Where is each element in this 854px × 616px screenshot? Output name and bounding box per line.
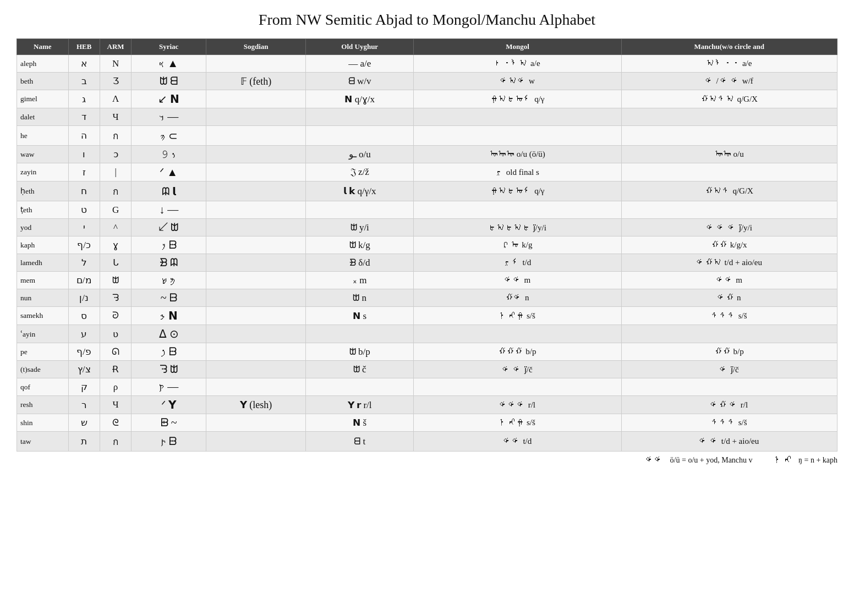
table-cell: [206, 325, 306, 343]
table-cell: ᗺ w/v: [306, 73, 414, 90]
footnote-2-symbol: ᠨᠩ: [775, 455, 797, 464]
table-cell: ᠳᠠᠳᠠᠳ j̈/y/i: [414, 219, 621, 237]
table-cell: ᗽ ᗼ: [132, 254, 206, 272]
table-row: tawתก𐡕 ᗹᗺ tᡩᡩ t/dᡩ ᡩ t/d + aio/eu: [17, 432, 837, 452]
table-cell: nun: [17, 289, 69, 307]
table-cell: Λ: [100, 90, 131, 108]
table-cell: ᠷ old final s: [414, 163, 621, 182]
table-row: shinשᘓᗸ ~𝗡 šᠨᠩᠭ s/šᠰᠰᠰ s/š: [17, 414, 837, 432]
table-cell: ᡩᡩ t/d: [414, 432, 621, 452]
table-cell: Ч: [100, 396, 131, 414]
table-cell: [206, 361, 306, 378]
table-cell: G: [100, 201, 131, 219]
table-cell: ḥeth: [17, 182, 69, 201]
table-cell: ᡩ ᡩ t/d + aio/eu: [621, 432, 837, 452]
table-cell: ᡩ ᡩ j̈/č: [414, 361, 621, 378]
table-cell: pe: [17, 343, 69, 361]
table-row: reshרЧᐟ 𝗬𝗬 (lesh)𝗬 𝗿 r/lᡩᡩᡩ r/lᡩᡤ ᡩ r/l: [17, 396, 837, 414]
table-cell: ל: [68, 254, 100, 272]
table-cell: ט: [68, 201, 100, 219]
table-cell: ᗽ δ/d: [306, 254, 414, 272]
table-cell: ᗼ 𝗹: [132, 182, 206, 201]
table-cell: ~ ᗹ: [132, 289, 206, 307]
table-cell: ᡩᡤ n: [621, 289, 837, 307]
table-cell: ᗻ č: [306, 361, 414, 378]
table-cell: [414, 126, 621, 146]
table-row: nunנ/ןᘌ~ ᗹᗻ nᡤᡩ nᡩᡤ n: [17, 289, 837, 307]
table-cell: [306, 201, 414, 219]
table-cell: Ʒ: [100, 73, 131, 90]
table-cell: ᒐ: [100, 254, 131, 272]
table-cell: 𝗡 q/ɣ/x: [306, 90, 414, 108]
table-cell: [414, 108, 621, 126]
table-cell: (t)sade: [17, 361, 69, 378]
table-cell: 𝗹 𝗸 q/γ/x: [306, 182, 414, 201]
table-cell: ρ: [100, 378, 131, 396]
table-cell: ᡩ j̈/č: [621, 361, 837, 378]
table-cell: ג: [68, 90, 100, 108]
table-row: alephאΝ𐡀 ▲— a/eᡰ᠊ᠯᠠ a/eᠠᠯ᠊᠊ a/e: [17, 55, 837, 73]
page-title: From NW Semitic Abjad to Mongol/Manchu A…: [17, 11, 837, 29]
table-cell: 𐡀 ▲: [132, 55, 206, 73]
table-cell: [206, 272, 306, 289]
table-cell: ᠨᠩᠭ s/š: [414, 307, 621, 325]
table-cell: ᡩᡩ m: [414, 272, 621, 289]
table-cell: ᡩ ᡩ ᡩ j̈/y/i: [621, 219, 837, 237]
table-cell: beth: [17, 73, 69, 90]
footnote-2: ᠨᠩ ŋ = n + kaph: [775, 455, 837, 465]
table-cell: ᡩᡩ m: [621, 272, 837, 289]
table-cell: ɔ: [100, 146, 131, 163]
table-cell: ᗻ n: [306, 289, 414, 307]
table-cell: Ν: [100, 55, 131, 73]
table-cell: ↓ —: [132, 201, 206, 219]
header-sogdian: Sogdian: [206, 39, 306, 55]
table-cell: ᘓ: [100, 414, 131, 432]
table-cell: ע: [68, 325, 100, 343]
table-cell: [621, 325, 837, 343]
table-cell: [206, 307, 306, 325]
header-mongol: Mongol: [414, 39, 621, 55]
table-cell: waw: [17, 146, 69, 163]
table-cell: [414, 325, 621, 343]
table-cell: ก: [100, 432, 131, 452]
table-cell: ᡩᡤᠠ t/d + aio/eu: [621, 254, 837, 272]
table-cell: ᘏ: [100, 343, 131, 361]
table-cell: ש: [68, 414, 100, 432]
table-cell: [621, 163, 837, 182]
table-cell: ᡩᡤ ᡩ r/l: [621, 396, 837, 414]
table-row: kaphכ/ףɣ𐡊 ᗹᗻ k/gᠺᠤ k/gᡤᡤ k/g/x: [17, 237, 837, 254]
table-cell: 𐡅 𝟿: [132, 146, 206, 163]
footnote-1: ᡩᡩ ö/ü = o/u + yod, Manchu v: [646, 455, 752, 465]
table-cell: א: [68, 55, 100, 73]
table-cell: — a/e: [306, 55, 414, 73]
table-cell: [621, 201, 837, 219]
table-cell: lamedh: [17, 254, 69, 272]
table-cell: 𐡒 —: [132, 378, 206, 396]
table-row: wawוɔ𐡅 𝟿ـو o/uᠥᠥᠥ o/u (ö/ü)ᠥᠥ o/u: [17, 146, 837, 163]
table-cell: yod: [17, 219, 69, 237]
table-cell: ת: [68, 432, 100, 452]
table-cell: ᠰᠰᠰ s/š: [621, 414, 837, 432]
table-cell: ᡤᠠᠰᠠ q/G/X: [621, 90, 837, 108]
table-cell: ᡤᡤ k/g/x: [621, 237, 837, 254]
table-cell: ז: [68, 163, 100, 182]
table-cell: 𝗡 s: [306, 307, 414, 325]
table-cell: qof: [17, 378, 69, 396]
table-cell: ก: [100, 182, 131, 201]
footnote-1-text: ö/ü = o/u + yod, Manchu v: [670, 456, 753, 464]
table-cell: ↙ 𝗡: [132, 90, 206, 108]
table-row: peפ/ףᘏ𐡐 ᗹᗻ b/pᡤᡤᡤ b/pᡤᡤ b/p: [17, 343, 837, 361]
table-cell: ᡩᠠᡩ w: [414, 73, 621, 90]
table-cell: ـو o/u: [306, 146, 414, 163]
table-cell: [206, 254, 306, 272]
table-row: lamedhלᒐᗽ ᗼᗽ δ/dᠷᠮ t/dᡩᡤᠠ t/d + aio/eu: [17, 254, 837, 272]
table-cell: ח: [68, 182, 100, 201]
table-cell: 𐡕 ᗹ: [132, 432, 206, 452]
table-cell: 𐡌 𐡔: [132, 272, 206, 289]
table-cell: ד: [68, 108, 100, 126]
table-cell: ᡤᡤᡤ b/p: [414, 343, 621, 361]
table-row: yodי^↙ ᗻᗻ y/iᠳᠠᠳᠠᠳ j̈/y/iᡩ ᡩ ᡩ j̈/y/i: [17, 219, 837, 237]
table-cell: aleph: [17, 55, 69, 73]
table-cell: ᡩᡩᡩ r/l: [414, 396, 621, 414]
table-cell: ᡤᡩ n: [414, 289, 621, 307]
